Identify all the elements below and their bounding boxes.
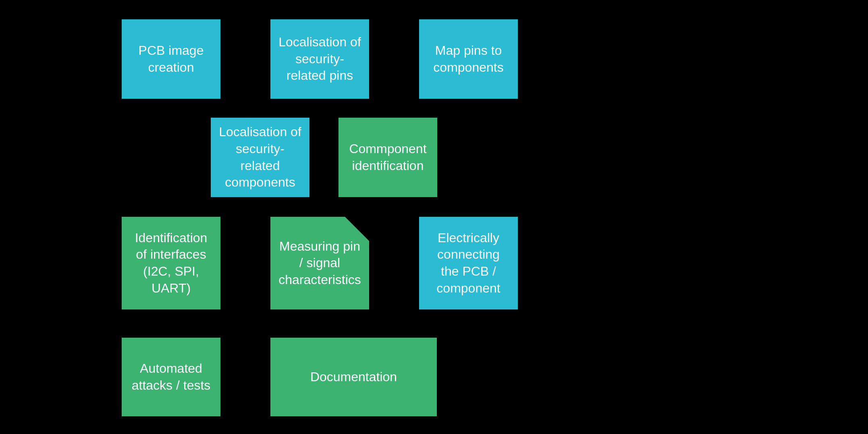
card-measuring-pin: Measuring pin / signal characteristics xyxy=(270,217,369,309)
card-electrically-connecting-label: Electrically connecting the PCB / compon… xyxy=(427,230,510,297)
card-automated-attacks-label: Automated attacks / tests xyxy=(130,360,212,394)
card-map-pins-label: Map pins to components xyxy=(427,42,510,76)
card-map-pins: Map pins to components xyxy=(419,19,518,99)
card-documentation: Documentation xyxy=(270,338,437,416)
card-pcb-image: PCB image creation xyxy=(122,19,220,99)
card-localisation-pins-label: Localisation of security-related pins xyxy=(278,34,361,84)
card-pcb-image-label: PCB image creation xyxy=(130,42,212,76)
card-documentation-label: Documentation xyxy=(310,369,397,386)
card-automated-attacks: Automated attacks / tests xyxy=(122,338,220,416)
card-localisation-components-label: Localisation of security-related compone… xyxy=(219,124,301,191)
card-localisation-components: Localisation of security-related compone… xyxy=(211,118,309,197)
triangle-decoration xyxy=(345,217,369,241)
card-identification-interfaces-label: Identification of interfaces (I2C, SPI, … xyxy=(130,230,212,297)
card-component-id: Commponent identification xyxy=(338,118,437,197)
card-localisation-pins: Localisation of security-related pins xyxy=(270,19,369,99)
diagram-container: PCB image creation Localisation of secur… xyxy=(0,0,868,434)
card-electrically-connecting: Electrically connecting the PCB / compon… xyxy=(419,217,518,309)
card-measuring-pin-label: Measuring pin / signal characteristics xyxy=(278,238,361,289)
card-component-id-label: Commponent identification xyxy=(347,141,429,174)
card-identification-interfaces: Identification of interfaces (I2C, SPI, … xyxy=(122,217,220,309)
